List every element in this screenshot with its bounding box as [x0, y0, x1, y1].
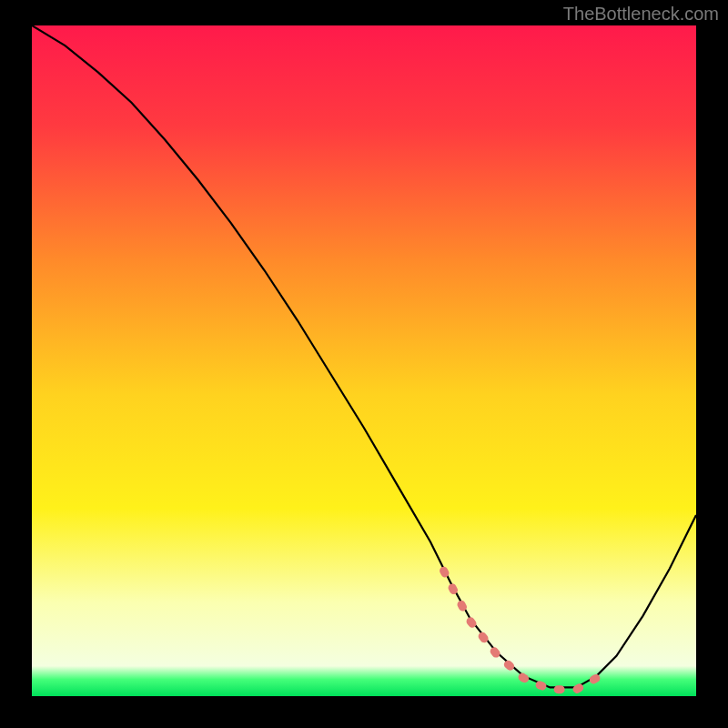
- chart-plot-area: [32, 25, 696, 696]
- watermark-text: TheBottleneck.com: [563, 4, 719, 25]
- chart-background: [32, 25, 696, 696]
- chart-svg: [32, 25, 696, 696]
